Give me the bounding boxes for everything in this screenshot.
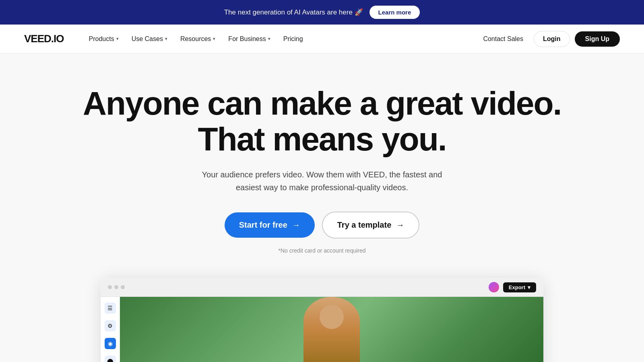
nav-links: Products ▾ Use Cases ▾ Resources ▾ For B… <box>83 32 477 46</box>
learn-more-button[interactable]: Learn more <box>369 6 420 19</box>
preview-sidebar: ☰ ⚙ ◉ ⬤ <box>101 297 120 362</box>
nav-item-products[interactable]: Products ▾ <box>83 32 124 46</box>
sidebar-menu-icon[interactable]: ☰ <box>105 302 116 314</box>
nav-item-use-cases[interactable]: Use Cases ▾ <box>126 32 173 46</box>
start-for-free-button[interactable]: Start for free → <box>225 212 315 238</box>
nav-item-pricing[interactable]: Pricing <box>278 32 309 46</box>
avatar <box>489 282 499 292</box>
nav-right: Contact Sales Login Sign Up <box>477 31 620 47</box>
hero-cta-group: Start for free → Try a template → <box>16 212 628 239</box>
preview-person <box>303 297 360 362</box>
sidebar-other-icon[interactable]: ⬤ <box>105 356 116 362</box>
preview-video-area <box>120 297 543 362</box>
chevron-down-icon: ▾ <box>268 36 270 41</box>
nav-item-resources[interactable]: Resources ▾ <box>175 32 221 46</box>
preview-topbar-left <box>108 285 125 289</box>
chevron-down-icon: ▾ <box>165 36 167 41</box>
hero-title: Anyone can make a great video. That mean… <box>80 86 564 157</box>
window-dot-3 <box>121 285 125 289</box>
hero-subtitle: Your audience prefers video. Wow them wi… <box>197 168 447 194</box>
preview-body: ☰ ⚙ ◉ ⬤ <box>101 297 543 362</box>
chevron-down-icon: ▾ <box>528 284 530 290</box>
arrow-right-icon: → <box>396 220 404 230</box>
preview-window: Export ▾ ☰ ⚙ ◉ ⬤ <box>101 278 543 362</box>
preview-topbar: Export ▾ <box>101 278 543 297</box>
preview-person-head <box>320 305 344 329</box>
arrow-right-icon: → <box>292 220 300 230</box>
sidebar-settings-icon[interactable]: ⚙ <box>105 320 116 331</box>
hero-section: Anyone can make a great video. That mean… <box>0 53 644 278</box>
chevron-down-icon: ▾ <box>213 36 215 41</box>
navbar: VEED.IO Products ▾ Use Cases ▾ Resources… <box>0 25 644 53</box>
preview-topbar-right: Export ▾ <box>489 282 536 292</box>
preview-section: Export ▾ ☰ ⚙ ◉ ⬤ <box>0 278 644 362</box>
sidebar-media-icon[interactable]: ◉ <box>105 338 116 349</box>
hero-disclaimer: *No credit card or account required <box>16 247 628 254</box>
login-button[interactable]: Login <box>534 31 570 47</box>
contact-sales-link[interactable]: Contact Sales <box>477 32 529 46</box>
window-dot-1 <box>108 285 112 289</box>
chevron-down-icon: ▾ <box>116 36 119 41</box>
signup-button[interactable]: Sign Up <box>575 31 620 47</box>
announcement-text: The next generation of AI Avatars are he… <box>224 8 363 16</box>
announcement-bar: The next generation of AI Avatars are he… <box>0 0 644 25</box>
logo[interactable]: VEED.IO <box>24 33 64 45</box>
export-button[interactable]: Export ▾ <box>503 282 536 292</box>
window-dot-2 <box>114 285 118 289</box>
nav-item-for-business[interactable]: For Business ▾ <box>223 32 276 46</box>
try-template-button[interactable]: Try a template → <box>322 212 420 239</box>
